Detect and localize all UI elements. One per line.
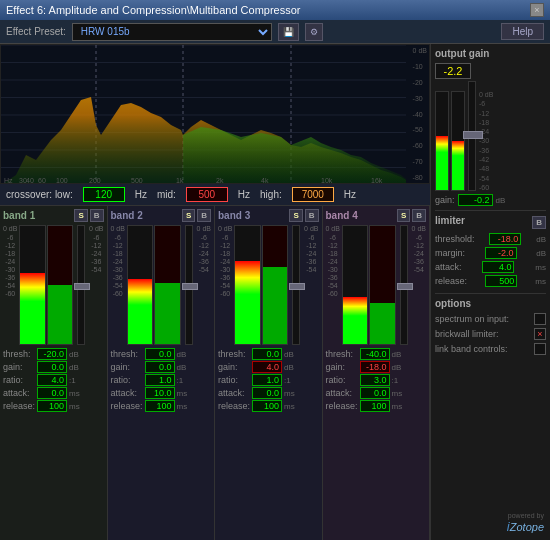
close-button[interactable]: ×	[530, 3, 544, 17]
output-gain-section: output gain -2.2	[435, 48, 546, 206]
band-3-attack-row: attack: 0.0 ms	[218, 387, 319, 399]
band-3-gain-row: gain: 4.0 dB	[218, 361, 319, 373]
band-3-meters: 0 dB -6 -12 -18 -24 -30 -36 -54 -60	[218, 225, 319, 345]
band-3-gain-value[interactable]: 4.0	[252, 361, 282, 373]
crossover-mid-value[interactable]: 500	[186, 187, 228, 202]
link-band-row: link band controls:	[435, 343, 546, 355]
gain-unit: dB	[496, 196, 506, 205]
preset-options-button[interactable]: ⚙	[305, 23, 323, 41]
link-band-checkbox[interactable]	[534, 343, 546, 355]
limiter-release-value[interactable]: 500	[485, 275, 517, 287]
link-band-label: link band controls:	[435, 344, 508, 354]
band-2-bypass-button[interactable]: B	[197, 209, 211, 222]
band-2-thresh-row: thresh: 0.0 dB	[111, 348, 212, 360]
izotope-logo: powered by iZotope	[435, 510, 546, 536]
preset-save-button[interactable]: 💾	[278, 23, 299, 41]
limiter-threshold-row: threshold: -18.0 dB	[435, 233, 546, 245]
band-2: band 2 S B 0 dB -6 -12 -18 -24 -30 -36 -…	[108, 206, 216, 540]
band-1-bypass-button[interactable]: B	[90, 209, 104, 222]
crossover-bar: crossover: low: 120 Hz mid: 500 Hz high:…	[0, 184, 430, 206]
band-4-meter-in	[342, 225, 368, 345]
band-4-fader[interactable]	[400, 225, 408, 345]
crossover-low-label: crossover: low:	[6, 189, 73, 200]
band-1-thresh-value[interactable]: -20.0	[37, 348, 67, 360]
band-4-gain-row: gain: -18.0 dB	[326, 361, 427, 373]
limiter-margin-value[interactable]: -2.0	[485, 247, 517, 259]
band-3-solo-button[interactable]: S	[289, 209, 302, 222]
band-4-bypass-button[interactable]: B	[412, 209, 426, 222]
band-4-gain-value[interactable]: -18.0	[360, 361, 390, 373]
band-4-ratio-value[interactable]: 3.0	[360, 374, 390, 386]
main-area: 0 dB -10 -20 -30 -40 -50 -60 -70 -80 cro…	[0, 44, 550, 540]
band-3-fader[interactable]	[292, 225, 300, 345]
band-3-params: thresh: 0.0 dB gain: 4.0 dB ratio: 1.0 :…	[218, 348, 319, 413]
limiter-release-unit: ms	[535, 277, 546, 286]
crossover-high-value[interactable]: 7000	[292, 187, 334, 202]
gain-value[interactable]: -0.2	[458, 194, 493, 206]
crossover-mid-unit: Hz	[238, 189, 250, 200]
preset-select[interactable]: HRW 015b	[72, 23, 272, 41]
band-4-meters: 0 dB -6 -12 -18 -24 -30 -36 -54 -60	[326, 225, 427, 345]
limiter-release-label: release:	[435, 276, 467, 286]
band-2-fader[interactable]	[185, 225, 193, 345]
band-2-meter-gr	[154, 225, 180, 345]
band-1-ratio-value[interactable]: 4.0	[37, 374, 67, 386]
band-3-meter-gr	[262, 225, 288, 345]
window-title: Effect 6: Amplitude and Compression\Mult…	[6, 4, 301, 16]
spectrum-display: 0 dB -10 -20 -30 -40 -50 -60 -70 -80	[0, 44, 430, 184]
band-2-release-row: release: 100 ms	[111, 400, 212, 412]
band-1-meter-gr	[47, 225, 73, 345]
band-4-attack-row: attack: 0.0 ms	[326, 387, 427, 399]
limiter-threshold-value[interactable]: -18.0	[489, 233, 521, 245]
options-section: options spectrum on input: brickwall lim…	[435, 293, 546, 358]
band-4: band 4 S B 0 dB -6 -12 -18 -24 -30 -36 -…	[323, 206, 431, 540]
bands-area: band 1 S B 0 dB -6 -12 -18 -24 -30 -36 -…	[0, 206, 430, 540]
band-2-ratio-row: ratio: 1.0 :1	[111, 374, 212, 386]
limiter-header: limiter B	[435, 215, 546, 230]
band-1-ratio-row: ratio: 4.0 :1	[3, 374, 104, 386]
band-1-thresh-row: thresh: -20.0 dB	[3, 348, 104, 360]
band-3-thresh-value[interactable]: 0.0	[252, 348, 282, 360]
output-gain-meter-left	[435, 91, 449, 191]
band-1-fader[interactable]	[77, 225, 85, 345]
band-1-params: thresh: -20.0 dB gain: 0.0 dB ratio: 4.0…	[3, 348, 104, 413]
output-gain-fader[interactable]	[468, 81, 476, 191]
crossover-low-value[interactable]: 120	[83, 187, 125, 202]
band-1: band 1 S B 0 dB -6 -12 -18 -24 -30 -36 -…	[0, 206, 108, 540]
band-4-attack-value[interactable]: 0.0	[360, 387, 390, 399]
band-2-gain-value[interactable]: 0.0	[145, 361, 175, 373]
band-1-release-value[interactable]: 100	[37, 400, 67, 412]
band-2-thresh-value[interactable]: 0.0	[145, 348, 175, 360]
limiter-bypass-button[interactable]: B	[532, 216, 546, 229]
limiter-margin-label: margin:	[435, 248, 465, 258]
spectrum-checkbox[interactable]	[534, 313, 546, 325]
brickwall-limiter-row: brickwall limiter: ×	[435, 328, 546, 340]
help-button[interactable]: Help	[501, 23, 544, 40]
band-1-solo-button[interactable]: S	[74, 209, 87, 222]
band-2-attack-value[interactable]: 10.0	[145, 387, 175, 399]
band-4-solo-button[interactable]: S	[397, 209, 410, 222]
limiter-release-row: release: 500 ms	[435, 275, 546, 287]
band-2-solo-button[interactable]: S	[182, 209, 195, 222]
band-1-attack-value[interactable]: 0.0	[37, 387, 67, 399]
band-3-attack-value[interactable]: 0.0	[252, 387, 282, 399]
crossover-mid-label: mid:	[157, 189, 176, 200]
band-1-header: band 1 S B	[3, 209, 104, 222]
band-3-release-row: release: 100 ms	[218, 400, 319, 412]
limiter-attack-value[interactable]: 4.0	[482, 261, 514, 273]
band-3-ratio-value[interactable]: 1.0	[252, 374, 282, 386]
band-4-title: band 4	[326, 210, 358, 221]
gain-db-row: gain: -0.2 dB	[435, 194, 546, 206]
band-3-bypass-button[interactable]: B	[305, 209, 319, 222]
band-3-release-value[interactable]: 100	[252, 400, 282, 412]
band-2-ratio-value[interactable]: 1.0	[145, 374, 175, 386]
band-2-attack-row: attack: 10.0 ms	[111, 387, 212, 399]
limiter-attack-unit: ms	[535, 263, 546, 272]
crossover-low-unit: Hz	[135, 189, 147, 200]
band-4-params: thresh: -40.0 dB gain: -18.0 dB ratio: 3…	[326, 348, 427, 413]
band-2-release-value[interactable]: 100	[145, 400, 175, 412]
band-4-release-value[interactable]: 100	[360, 400, 390, 412]
band-1-gain-value[interactable]: 0.0	[37, 361, 67, 373]
brickwall-checkbox[interactable]: ×	[534, 328, 546, 340]
band-4-thresh-value[interactable]: -40.0	[360, 348, 390, 360]
